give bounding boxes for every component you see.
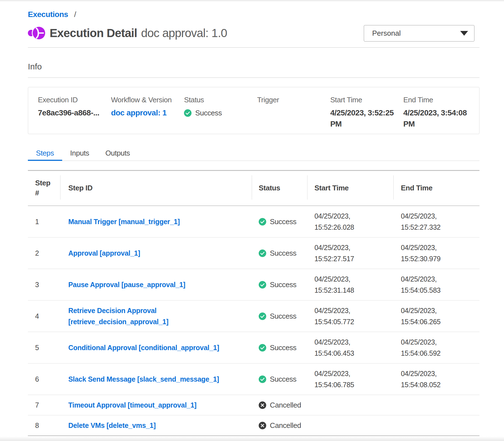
step-number-cell: 2 — [28, 238, 60, 269]
column-header-start-time: Start Time — [307, 171, 393, 206]
info-divider — [28, 77, 479, 78]
field-end-time: End Time 4/25/2023, 3:54:08 PM — [403, 96, 476, 134]
workflow-version-link[interactable]: doc approval: 1 — [111, 108, 166, 117]
table-row: 3Pause Approval [pause_approval_1]Succes… — [28, 269, 479, 301]
field-start-time: Start Time 4/25/2023, 3:52:25 PM — [330, 96, 403, 134]
field-status: Status Success — [184, 96, 257, 134]
end-time-cell — [393, 395, 479, 415]
status-text: Cancelled — [270, 420, 301, 431]
cancelled-icon — [259, 422, 266, 429]
execution-id-value: 7e8ac396-a868-... — [38, 107, 111, 118]
field-label: Workflow & Version — [111, 96, 184, 104]
steps-table: Step # Step ID Status Start Time End Tim… — [28, 170, 479, 436]
start-time-cell: 04/25/2023,15:54:05.772 — [307, 301, 393, 332]
tab-outputs[interactable]: Outputs — [97, 146, 138, 161]
execution-detail-page: Executions / Execution Detail doc approv… — [0, 0, 504, 441]
step-id-link[interactable]: Pause Approval [pause_approval_1] — [68, 281, 185, 289]
field-workflow-version: Workflow & Version doc approval: 1 — [111, 96, 184, 134]
detail-tabs: Steps Inputs Outputs — [28, 146, 479, 161]
column-header-status: Status — [252, 171, 307, 206]
start-time-cell: 04/25/2023,15:52:31.148 — [307, 269, 393, 301]
page-subtitle: doc approval: 1.0 — [141, 26, 227, 40]
end-time-cell: 04/25/2023,15:52:30.979 — [393, 238, 479, 269]
step-id-link[interactable]: Timeout Approval [timeout_approval_1] — [68, 401, 197, 409]
status-badge: Cancelled — [259, 399, 304, 411]
status-badge: Success — [259, 279, 304, 290]
step-id-cell: Slack Send Message [slack_send_message_1… — [60, 364, 252, 395]
step-id-link[interactable]: Manual Trigger [manual_trigger_1] — [68, 218, 180, 226]
cancelled-icon — [259, 401, 266, 409]
status-text: Success — [270, 342, 296, 353]
success-icon — [259, 344, 266, 352]
status-text: Success — [270, 279, 296, 290]
step-id-cell: Conditional Approval [conditional_approv… — [60, 332, 252, 364]
step-number-cell: 1 — [28, 206, 60, 238]
field-label: End Time — [403, 96, 476, 104]
step-id-link[interactable]: Approval [approval_1] — [68, 249, 140, 257]
end-time-cell: 04/25/2023,15:54:06.592 — [393, 332, 479, 364]
field-trigger: Trigger — [257, 96, 330, 134]
start-time-cell: 04/25/2023,15:52:26.028 — [307, 206, 393, 238]
step-id-link[interactable]: Delete VMs [delete_vms_1] — [68, 421, 156, 429]
table-row: 6Slack Send Message [slack_send_message_… — [28, 364, 479, 395]
status-text: Success — [195, 107, 222, 118]
status-cell: Success — [252, 238, 307, 269]
tab-steps[interactable]: Steps — [28, 146, 62, 161]
field-label: Status — [184, 96, 257, 104]
step-number-cell: 7 — [28, 395, 60, 415]
info-section-heading: Info — [28, 62, 479, 72]
status-cell: Success — [252, 332, 307, 364]
breadcrumb: Executions / — [28, 10, 479, 19]
status-badge: Success — [259, 248, 304, 259]
steps-table-header-row: Step # Step ID Status Start Time End Tim… — [28, 171, 479, 206]
status-cell: Success — [252, 269, 307, 301]
workspace-select-value: Personal — [372, 29, 401, 38]
status-badge: Success — [184, 107, 257, 118]
end-time-cell — [393, 415, 479, 436]
step-id-cell: Manual Trigger [manual_trigger_1] — [60, 206, 252, 238]
start-time-value: 4/25/2023, 3:52:25 PM — [330, 107, 397, 130]
success-icon — [259, 375, 266, 383]
status-badge: Success — [259, 311, 304, 322]
step-id-cell: Delete VMs [delete_vms_1] — [60, 415, 252, 436]
table-row: 4Retrieve Decision Approval [retrieve_de… — [28, 301, 479, 332]
chevron-down-icon — [460, 31, 468, 36]
step-id-cell: Timeout Approval [timeout_approval_1] — [60, 395, 252, 415]
workspace-select[interactable]: Personal — [364, 25, 474, 42]
status-badge: Success — [259, 374, 304, 385]
status-cell: Success — [252, 364, 307, 395]
step-id-link[interactable]: Retrieve Decision Approval [retrieve_dec… — [68, 307, 168, 326]
tab-inputs[interactable]: Inputs — [62, 146, 97, 161]
status-cell: Success — [252, 301, 307, 332]
field-execution-id: Execution ID 7e8ac396-a868-... — [38, 96, 111, 134]
table-row: 2Approval [approval_1]Success04/25/2023,… — [28, 238, 479, 269]
start-time-cell — [307, 415, 393, 436]
column-header-end-time: End Time — [393, 171, 479, 206]
top-edge-strip — [0, 0, 504, 2]
status-text: Success — [270, 374, 296, 385]
breadcrumb-link-executions[interactable]: Executions — [28, 10, 68, 19]
status-text: Success — [270, 311, 296, 322]
workflow-logo-icon — [28, 26, 45, 40]
table-row: 8Delete VMs [delete_vms_1]Cancelled — [28, 415, 479, 436]
status-text: Success — [270, 216, 296, 227]
start-time-cell: 04/25/2023,15:54:06.453 — [307, 332, 393, 364]
status-badge: Success — [259, 342, 304, 353]
status-text: Success — [270, 248, 296, 259]
execution-info-card: Execution ID 7e8ac396-a868-... Workflow … — [28, 87, 479, 134]
step-number-cell: 4 — [28, 301, 60, 332]
column-header-step-number: Step # — [28, 171, 60, 206]
step-id-link[interactable]: Conditional Approval [conditional_approv… — [68, 344, 219, 352]
column-header-step-id: Step ID — [60, 171, 252, 206]
step-id-link[interactable]: Slack Send Message [slack_send_message_1… — [68, 375, 219, 383]
start-time-cell — [307, 395, 393, 415]
end-time-value: 4/25/2023, 3:54:08 PM — [403, 107, 470, 130]
status-badge: Success — [259, 216, 304, 227]
success-icon — [259, 312, 266, 320]
page-header: Execution Detail doc approval: 1.0 Perso… — [28, 25, 479, 42]
table-row: 1Manual Trigger [manual_trigger_1]Succes… — [28, 206, 479, 238]
table-row: 5Conditional Approval [conditional_appro… — [28, 332, 479, 364]
field-label: Trigger — [257, 96, 330, 104]
page-title: Execution Detail — [50, 26, 137, 40]
end-time-cell: 04/25/2023,15:54:06.265 — [393, 301, 479, 332]
